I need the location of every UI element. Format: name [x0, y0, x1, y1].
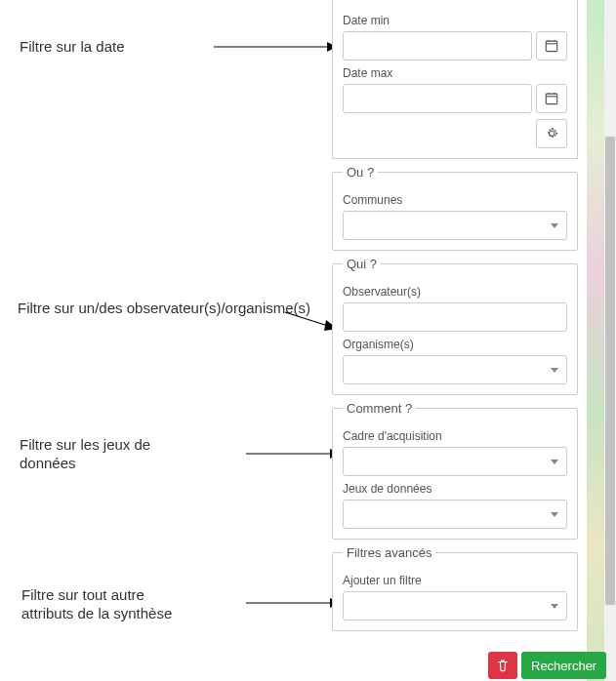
- clear-filters-button[interactable]: [488, 652, 517, 679]
- chevron-down-icon: [551, 223, 558, 228]
- section-comment-legend: Comment ?: [343, 401, 416, 416]
- cadre-label: Cadre d'acquisition: [343, 429, 567, 443]
- chevron-down-icon: [551, 512, 558, 517]
- date-max-picker-button[interactable]: [536, 84, 567, 113]
- communes-select[interactable]: [343, 211, 567, 240]
- ajouter-label: Ajouter un filtre: [343, 574, 567, 587]
- annotation-advanced-line1: Filtre sur tout autre: [21, 585, 144, 605]
- section-qui: Qui ? Observateur(s) Organisme(s): [332, 257, 578, 395]
- date-max-label: Date max: [343, 66, 567, 80]
- section-comment: Comment ? Cadre d'acquisition Jeux de do…: [332, 401, 578, 540]
- section-quand: Date min Date max: [332, 0, 578, 159]
- search-button[interactable]: Rechercher: [521, 652, 606, 679]
- section-qui-legend: Qui ?: [343, 257, 381, 271]
- date-settings-button[interactable]: [536, 119, 567, 148]
- annotation-advanced-line2: attributs de la synthèse: [21, 604, 172, 623]
- chevron-down-icon: [551, 604, 558, 609]
- chevron-down-icon: [551, 368, 558, 373]
- chevron-down-icon: [551, 460, 558, 464]
- annotation-datasets-line2: données: [20, 454, 76, 473]
- gear-icon: [545, 127, 558, 140]
- section-ou: Ou ? Communes: [332, 165, 578, 251]
- jeux-select[interactable]: [343, 500, 567, 529]
- annotation-observer: Filtre sur un/des observateur(s)/organis…: [18, 299, 310, 318]
- date-min-input[interactable]: [343, 31, 532, 60]
- svg-rect-8: [546, 41, 556, 52]
- arrow-datasets: [244, 444, 340, 463]
- communes-label: Communes: [343, 193, 567, 207]
- observateurs-input[interactable]: [343, 302, 567, 332]
- arrow-advanced: [244, 593, 340, 613]
- section-avances-legend: Filtres avancés: [343, 545, 435, 560]
- cadre-select[interactable]: [343, 447, 567, 476]
- date-min-picker-button[interactable]: [536, 31, 567, 60]
- date-max-input[interactable]: [343, 84, 532, 113]
- scrollbar-thumb[interactable]: [605, 137, 615, 605]
- svg-line-2: [285, 312, 328, 326]
- bottom-action-bar: Rechercher: [488, 652, 606, 679]
- section-ou-legend: Ou ?: [343, 165, 378, 180]
- filter-panel: Date min Date max: [332, 0, 582, 637]
- organismes-label: Organisme(s): [343, 338, 567, 351]
- calendar-icon: [545, 39, 558, 53]
- organismes-select[interactable]: [343, 355, 567, 384]
- trash-icon: [496, 659, 510, 672]
- date-min-label: Date min: [343, 14, 567, 27]
- jeux-label: Jeux de données: [343, 482, 567, 496]
- observateurs-label: Observateur(s): [343, 285, 567, 299]
- arrow-date: [210, 37, 337, 57]
- annotation-date: Filtre sur la date: [20, 37, 125, 57]
- scrollbar-track[interactable]: [604, 0, 616, 681]
- svg-rect-12: [546, 94, 556, 104]
- ajouter-filtre-select[interactable]: [343, 591, 567, 621]
- annotation-datasets-line1: Filtre sur les jeux de: [20, 435, 150, 455]
- calendar-icon: [545, 92, 558, 105]
- section-avances: Filtres avancés Ajouter un filtre: [332, 545, 578, 631]
